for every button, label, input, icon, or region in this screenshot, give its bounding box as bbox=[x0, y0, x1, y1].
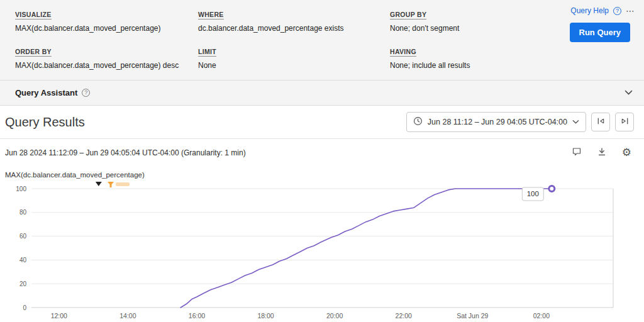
clause-limit-value: None bbox=[198, 61, 390, 70]
y-tick-label: 0 bbox=[23, 304, 26, 311]
clause-limit-label: LIMIT bbox=[198, 48, 216, 57]
filter-marker-icon[interactable] bbox=[108, 182, 114, 187]
x-tick-label: 18:00 bbox=[257, 312, 274, 319]
value-tooltip-text: 100 bbox=[527, 190, 539, 197]
time-range-detail: Jun 28 2024 11:12:09 – Jun 29 04:05:04 U… bbox=[5, 148, 246, 157]
overflow-menu-icon[interactable]: ⋯ bbox=[626, 6, 635, 16]
x-tick-label: Sat Jun 29 bbox=[457, 312, 488, 319]
clause-limit[interactable]: LIMIT None bbox=[198, 45, 390, 70]
series-line[interactable] bbox=[180, 189, 552, 308]
y-tick-label: 100 bbox=[16, 186, 26, 192]
time-shift-back-button[interactable] bbox=[591, 113, 610, 131]
arrow-to-bar-right-icon bbox=[620, 116, 630, 128]
clause-group-by-value: None; don't segment bbox=[390, 24, 547, 33]
y-tick-label: 60 bbox=[19, 233, 27, 240]
x-tick-label: 16:00 bbox=[189, 312, 205, 319]
x-tick-label: 20:00 bbox=[326, 312, 343, 319]
clause-order-by-label: ORDER BY bbox=[15, 48, 52, 57]
line-chart[interactable]: 02040608010012:0014:0016:0018:0020:0022:… bbox=[0, 180, 644, 322]
results-toolbar: ⚙ bbox=[572, 147, 631, 158]
y-tick-label: 40 bbox=[19, 257, 27, 264]
time-range-label: Jun 28 11:12 – Jun 29 04:05 UTC-04:00 bbox=[428, 118, 567, 126]
clause-visualize-label: VISUALIZE bbox=[15, 11, 52, 19]
chart-series-label: MAX(dc.balancer.data_moved_percentage) bbox=[5, 171, 644, 179]
x-tick-label: 14:00 bbox=[119, 312, 136, 319]
results-chart[interactable]: 02040608010012:0014:0016:0018:0020:0022:… bbox=[0, 180, 644, 322]
time-shift-forward-button[interactable] bbox=[615, 113, 634, 131]
clause-visualize[interactable]: VISUALIZE MAX(dc.balancer.data_moved_per… bbox=[15, 8, 198, 33]
query-assistant-label: Query Assistant bbox=[15, 88, 77, 97]
clause-order-by-value: MAX(dc.balancer.data_moved_percentage) d… bbox=[15, 61, 198, 70]
comment-icon[interactable] bbox=[572, 147, 582, 158]
arrow-to-bar-left-icon bbox=[596, 116, 606, 128]
clause-where-value: dc.balancer.data_moved_percentage exists bbox=[198, 24, 390, 33]
end-marker[interactable] bbox=[549, 186, 555, 192]
run-query-button[interactable]: Run Query bbox=[570, 23, 630, 42]
results-header: Query Results Jun 28 11:12 – Jun 29 04:0… bbox=[0, 106, 644, 139]
query-help-row: Query Help ? ⋯ bbox=[570, 6, 635, 16]
query-builder-panel: VISUALIZE MAX(dc.balancer.data_moved_per… bbox=[0, 0, 644, 80]
clause-where-label: WHERE bbox=[198, 11, 224, 19]
clause-group-by-label: GROUP BY bbox=[390, 11, 426, 19]
clock-icon bbox=[413, 116, 423, 128]
chevron-down-icon bbox=[572, 118, 579, 126]
chevron-down-icon[interactable] bbox=[625, 88, 633, 97]
clause-group-by[interactable]: GROUP BY None; don't segment bbox=[390, 8, 547, 33]
clause-visualize-value: MAX(dc.balancer.data_moved_percentage) bbox=[15, 24, 198, 33]
help-icon[interactable]: ? bbox=[613, 7, 621, 15]
clause-having-value: None; include all results bbox=[390, 61, 547, 70]
filter-marker-text bbox=[116, 182, 130, 186]
x-tick-label: 22:00 bbox=[396, 312, 412, 319]
time-controls: Jun 28 11:12 – Jun 29 04:05 UTC-04:00 bbox=[406, 112, 634, 132]
results-subtitle-row: Jun 28 2024 11:12:09 – Jun 29 04:05:04 U… bbox=[0, 139, 644, 161]
query-assistant-bar[interactable]: Query Assistant ? bbox=[0, 80, 644, 106]
page-title: Query Results bbox=[5, 115, 85, 130]
gear-icon[interactable]: ⚙ bbox=[622, 147, 631, 158]
clause-having-label: HAVING bbox=[390, 48, 416, 57]
y-tick-label: 80 bbox=[19, 209, 27, 216]
trigger-marker-icon[interactable] bbox=[96, 182, 102, 186]
query-help-link[interactable]: Query Help bbox=[570, 6, 609, 15]
x-tick-label: 02:00 bbox=[533, 312, 550, 319]
clause-where[interactable]: WHERE dc.balancer.data_moved_percentage … bbox=[198, 8, 390, 33]
clause-grid: VISUALIZE MAX(dc.balancer.data_moved_per… bbox=[15, 8, 547, 70]
clause-having[interactable]: HAVING None; include all results bbox=[390, 45, 547, 70]
help-icon: ? bbox=[82, 89, 90, 97]
download-icon[interactable] bbox=[597, 147, 607, 158]
time-range-picker[interactable]: Jun 28 11:12 – Jun 29 04:05 UTC-04:00 bbox=[406, 112, 586, 132]
y-tick-label: 20 bbox=[19, 280, 27, 287]
x-tick-label: 12:00 bbox=[51, 312, 67, 319]
clause-order-by[interactable]: ORDER BY MAX(dc.balancer.data_moved_perc… bbox=[15, 45, 198, 70]
